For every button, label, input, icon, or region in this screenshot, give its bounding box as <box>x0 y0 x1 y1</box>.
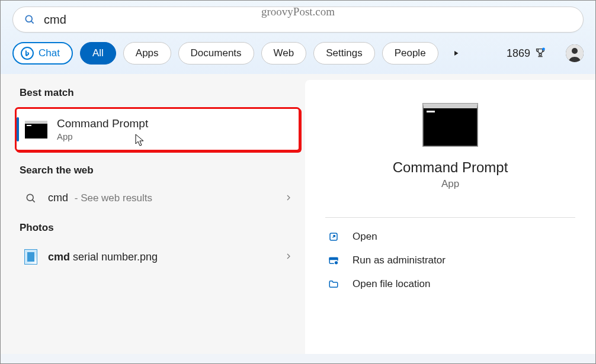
more-filters-arrow-icon[interactable] <box>448 45 464 62</box>
svg-point-10 <box>334 260 338 265</box>
details-title: Command Prompt <box>393 159 508 176</box>
photos-label: Photos <box>20 222 300 234</box>
chevron-right-icon <box>285 193 292 204</box>
actions-list: Open Run as administrator Open file loca… <box>305 218 595 296</box>
action-open[interactable]: Open <box>326 225 574 249</box>
filter-chip-apps[interactable]: Apps <box>123 42 171 65</box>
search-icon <box>23 192 39 204</box>
open-external-icon <box>326 231 341 242</box>
folder-icon <box>326 279 341 289</box>
photo-result-bold: cmd <box>48 251 70 263</box>
web-result-text: cmd - See web results <box>48 192 152 204</box>
filter-row: Chat All Apps Documents Web Settings Peo… <box>1 33 595 65</box>
chat-chip-label: Chat <box>39 47 60 59</box>
web-result-item[interactable]: cmd - See web results <box>15 185 300 211</box>
svg-rect-9 <box>329 258 338 260</box>
filter-chip-settings[interactable]: Settings <box>313 42 374 65</box>
top-bar: Chat All Apps Documents Web Settings Peo… <box>1 1 595 74</box>
svg-point-2 <box>542 47 545 50</box>
svg-point-4 <box>572 48 578 54</box>
command-prompt-icon <box>25 121 47 138</box>
svg-point-5 <box>27 194 33 201</box>
action-label: Open <box>353 231 377 243</box>
results-panel: Best match Command Prompt App Search the… <box>1 74 303 354</box>
search-icon <box>24 14 36 25</box>
best-match-title: Command Prompt <box>57 117 148 130</box>
bing-icon <box>21 47 34 60</box>
search-input[interactable] <box>44 13 572 27</box>
details-panel: Command Prompt App Open Run as administr… <box>305 80 595 354</box>
rewards-trophy-icon <box>534 47 547 60</box>
chat-chip[interactable]: Chat <box>12 42 73 65</box>
rewards-points: 1869 <box>507 47 530 60</box>
filter-chip-label: People <box>395 47 426 59</box>
filter-chip-label: Settings <box>326 47 362 59</box>
mouse-cursor-icon <box>135 134 145 147</box>
filter-chip-all[interactable]: All <box>80 42 116 65</box>
filter-chip-documents[interactable]: Documents <box>178 42 254 65</box>
chevron-right-icon <box>285 252 292 262</box>
filter-chip-label: Documents <box>191 47 242 59</box>
details-subtitle: App <box>441 178 459 190</box>
photo-result-rest: serial number.png <box>70 251 158 263</box>
rewards-counter[interactable]: 1869 <box>507 47 547 60</box>
content-area: Best match Command Prompt App Search the… <box>1 74 595 354</box>
filter-chip-web[interactable]: Web <box>261 42 307 65</box>
action-open-location[interactable]: Open file location <box>326 272 574 296</box>
action-label: Open file location <box>353 278 430 290</box>
search-web-label: Search the web <box>20 165 300 176</box>
web-result-term: cmd <box>48 192 68 204</box>
shield-admin-icon <box>326 255 341 266</box>
search-box[interactable] <box>12 7 584 33</box>
svg-line-6 <box>33 199 35 202</box>
action-run-admin[interactable]: Run as administrator <box>326 249 574 272</box>
svg-line-1 <box>31 21 34 24</box>
filter-chip-people[interactable]: People <box>382 42 438 65</box>
photo-result-text: cmd serial number.png <box>48 251 158 263</box>
filter-chip-label: Web <box>274 47 294 59</box>
user-avatar[interactable] <box>566 44 584 62</box>
search-row <box>1 7 595 33</box>
svg-point-0 <box>25 15 32 22</box>
filter-chip-label: Apps <box>136 47 159 59</box>
filter-chip-label: All <box>92 47 104 59</box>
command-prompt-icon <box>423 104 478 146</box>
action-label: Run as administrator <box>353 255 446 266</box>
web-result-hint: See web results <box>81 192 152 204</box>
best-match-label: Best match <box>20 87 300 99</box>
best-match-result[interactable]: Command Prompt App <box>15 107 300 152</box>
photo-result-item[interactable]: cmd serial number.png <box>15 242 300 272</box>
image-file-icon <box>23 249 39 265</box>
